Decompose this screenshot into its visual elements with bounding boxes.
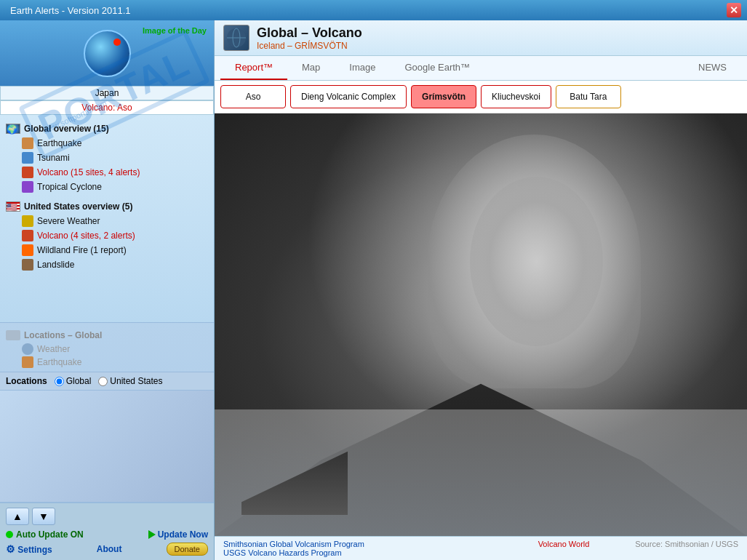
locations-icon [6,330,20,340]
us-volcano-label: Volcano (4 sites, 2 alerts) [37,231,135,241]
us-fire-label: Wildland Fire (1 report) [37,245,127,255]
settings-gear-icon: ⚙ [6,543,15,555]
earthquake-icon [22,137,33,149]
smithsonian-link[interactable]: Smithsonian Global Volcanism Program [223,540,364,548]
global-cyclone-item[interactable]: Tropical Cyclone [6,180,208,194]
us-flag-icon: 🇺🇸 [6,201,20,212]
global-tsunami-item[interactable]: Tsunami [6,151,208,165]
volcano-world-link[interactable]: Volcano World [538,540,590,548]
settings-link[interactable]: ⚙ Settings [6,543,52,555]
us-section-header[interactable]: 🇺🇸 United States overview (5) [6,201,208,212]
us-landslide-item[interactable]: Landslide [6,257,208,272]
radio-global-input[interactable] [55,377,64,386]
global-earthquake-item[interactable]: Earthquake [6,136,208,151]
donate-button[interactable]: Donate [167,543,208,556]
cyclone-icon [22,181,33,193]
us-landslide-label: Landslide [37,260,74,270]
locations-weather-item[interactable]: Weather [6,343,208,356]
us-fire-item[interactable]: Wildland Fire (1 report) [6,243,208,257]
locations-earthquake-item[interactable]: Earthquake [6,356,208,369]
tabs-row: Report™ Map Image Google Earth™ NEWS [215,56,747,81]
header-avatar [223,25,249,51]
nav-down-button[interactable]: ▼ [32,508,55,525]
image-of-day-label: Image of the Day [143,26,207,35]
header-subtitle: Iceland – GRÍMSVÖTN [257,41,362,51]
radio-us[interactable]: United States [98,376,162,386]
nav-up-button[interactable]: ▲ [6,508,29,525]
volcano-icon [22,167,33,178]
left-panel: Image of the Day Japan Volcano: Aso 🌍 Gl… [0,20,215,560]
us-volcano-icon [22,230,33,241]
tab-report[interactable]: Report™ [220,56,287,80]
volcano-aso-label[interactable]: Volcano: Aso [0,100,214,115]
bottom-bar: Smithsonian Global Volcanism Program USG… [215,536,747,560]
snow-area [215,409,747,536]
right-header: Global – Volcano Iceland – GRÍMSVÖTN [215,20,747,56]
us-severe-weather-item[interactable]: Severe Weather [6,214,208,228]
weather-icon [22,343,33,355]
landslide-icon [22,259,33,271]
tab-news[interactable]: NEWS [684,56,741,80]
update-now-arrow-icon [148,530,156,539]
right-panel: Global – Volcano Iceland – GRÍMSVÖTN Rep… [215,20,747,560]
fire-icon [22,244,33,256]
auto-update-dot [6,531,13,538]
radio-global[interactable]: Global [55,376,92,386]
global-volcano-item[interactable]: Volcano (15 sites, 4 alerts) [6,165,208,180]
main-image-area [215,113,747,536]
volcano-btn-dieng[interactable]: Dieng Volcanic Complex [290,85,407,108]
links-row: ⚙ Settings About Donate [6,543,208,556]
locations-earthquake-label: Earthquake [37,357,81,367]
auto-update-label: Auto Update ON [16,529,84,540]
source-text: Source: Smithsonian / USGS [635,540,738,548]
tab-image[interactable]: Image [335,56,390,80]
header-title-area: Global – Volcano Iceland – GRÍMSVÖTN [257,25,362,51]
locations-radio-row: Locations Global United States [0,372,214,390]
volcano-btn-kliuchevskoi[interactable]: Kliuchevskoi [481,85,551,108]
severe-weather-icon [22,215,33,227]
radio-us-label: United States [110,376,162,386]
volcano-buttons-row: Aso Dieng Volcanic Complex Grímsvötn Kli… [215,81,747,113]
locations-header: Locations – Global [6,330,208,340]
us-volcano-item[interactable]: Volcano (4 sites, 2 alerts) [6,228,208,243]
globe-red-dot [113,39,121,46]
global-earthquake-label: Earthquake [37,138,81,148]
radio-global-label: Global [66,376,92,386]
us-section-label: United States overview (5) [24,201,132,212]
locations-label: Locations [6,376,47,386]
close-button[interactable]: ✕ [727,3,741,17]
locations-section: Locations – Global Weather Earthquake [0,322,214,372]
locations-header-label: Locations – Global [24,330,102,340]
radio-us-input[interactable] [98,377,108,386]
auto-update-indicator: Auto Update ON [6,529,84,540]
window-title: Earth Alerts - Version 2011.1 [10,5,130,16]
global-section-header[interactable]: 🌍 Global overview (15) [6,124,208,134]
update-row: Auto Update ON Update Now [6,529,208,540]
tsunami-icon [22,152,33,164]
update-now-button[interactable]: Update Now [148,529,208,540]
globe-area: Image of the Day [0,20,214,86]
global-flag-icon: 🌍 [6,124,20,134]
globe-icon [84,30,131,77]
tab-google-earth[interactable]: Google Earth™ [390,56,484,80]
volcano-btn-grimsvötn[interactable]: Grímsvötn [411,85,476,108]
bottom-controls: ▲ ▼ Auto Update ON Update Now ⚙ Settings [0,503,214,560]
volcano-btn-batu-tara[interactable]: Batu Tara [556,85,621,108]
tab-map[interactable]: Map [287,56,335,80]
bottom-links: Smithsonian Global Volcanism Program USG… [223,540,520,557]
locations-earthquake-icon [22,356,33,368]
usgs-link[interactable]: USGS Volcano Hazards Program [223,548,342,557]
global-cyclone-label: Tropical Cyclone [37,182,102,192]
tree-nav: 🌍 Global overview (15) Earthquake Tsunam… [0,115,214,322]
global-section-label: Global overview (15) [24,124,109,134]
title-bar: Earth Alerts - Version 2011.1 ✕ [0,0,747,20]
locations-weather-label: Weather [37,344,70,354]
locations-map [0,390,214,503]
japan-filter[interactable]: Japan [0,86,214,100]
volcano-image [215,113,747,536]
global-volcano-label: Volcano (15 sites, 4 alerts) [37,167,140,177]
about-link[interactable]: About [97,544,122,554]
global-tsunami-label: Tsunami [37,153,70,163]
volcano-btn-aso[interactable]: Aso [220,85,286,108]
header-title: Global – Volcano [257,25,362,41]
